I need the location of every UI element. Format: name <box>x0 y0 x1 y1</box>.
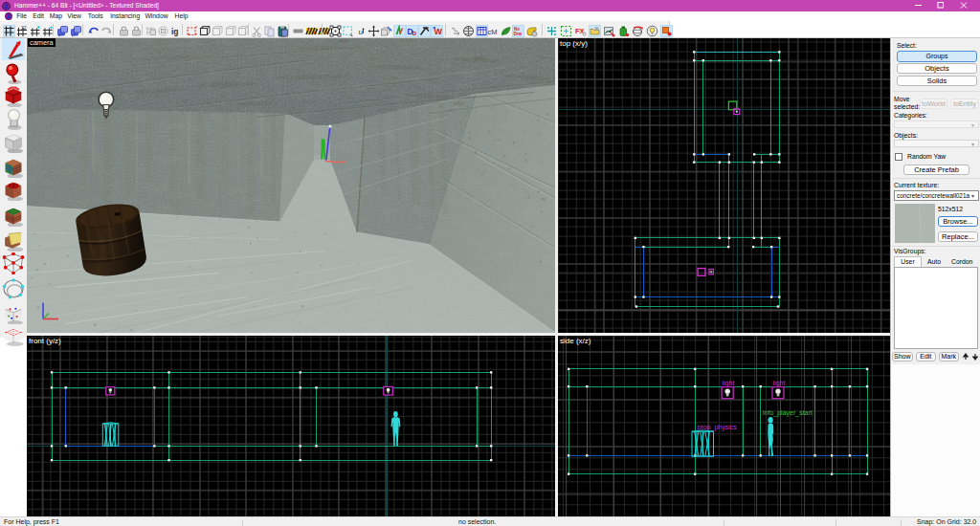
svg-text:cM: cM <box>487 27 497 35</box>
svg-text:light: light <box>773 380 786 387</box>
svg-text:u: u <box>358 27 362 35</box>
svg-text:ig: ig <box>171 27 179 36</box>
svg-text:b: b <box>412 29 416 37</box>
svg-text:prop_physics: prop_physics <box>698 424 738 431</box>
svg-text:info_player_start: info_player_start <box>763 409 813 417</box>
svg-text:light: light <box>723 380 735 387</box>
svg-text:Drw: Drw <box>514 32 523 36</box>
svg-text:32: 32 <box>21 25 27 31</box>
